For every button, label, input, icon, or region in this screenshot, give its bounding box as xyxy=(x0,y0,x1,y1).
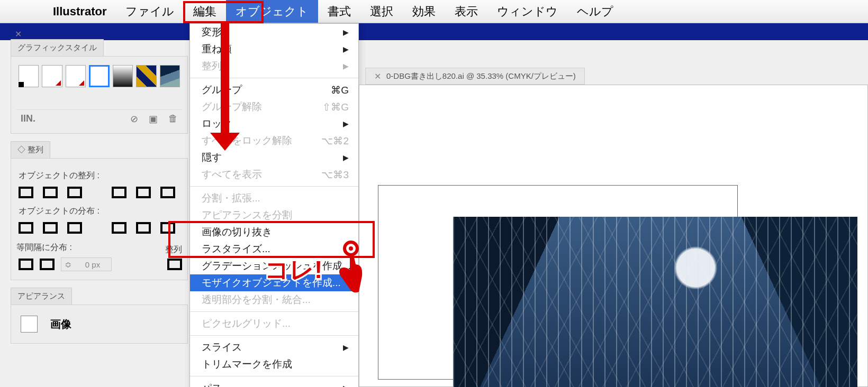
graphic-style-panel: IIN. ⊘ ▣ 🗑 xyxy=(11,56,188,134)
app-name[interactable]: Illustrator xyxy=(43,0,116,23)
spacing-field[interactable]: ≎ xyxy=(61,257,112,271)
menu-window[interactable]: ウィンドウ xyxy=(487,0,567,23)
dist-vcenter-icon[interactable] xyxy=(43,222,58,234)
dist-top-icon[interactable] xyxy=(19,222,33,234)
menu-item: すべてをロック解除⌥⌘2 xyxy=(190,132,358,149)
menu-item[interactable]: ロック▶ xyxy=(190,115,358,132)
menu-item-label: 整列 xyxy=(202,59,222,73)
align-right-icon[interactable] xyxy=(67,187,82,198)
menu-type[interactable]: 書式 xyxy=(318,0,360,23)
annotation-text: コレ! xyxy=(265,254,322,287)
align-tab[interactable]: ◇ 整列 xyxy=(11,141,50,158)
swatch-selected[interactable] xyxy=(89,65,110,87)
swatch-gradient[interactable] xyxy=(113,65,133,87)
menu-item-label: 画像の切り抜き xyxy=(202,225,272,239)
close-icon[interactable]: ✕ xyxy=(15,29,22,39)
menu-item-label: 分割・拡張... xyxy=(202,191,260,205)
align-vcenter-icon[interactable] xyxy=(136,187,151,198)
dist-bottom-icon[interactable] xyxy=(67,222,82,234)
menu-select[interactable]: 選択 xyxy=(360,0,403,23)
spacing-input[interactable] xyxy=(74,260,111,269)
menu-item-label: トリムマークを作成 xyxy=(202,357,292,371)
menu-help[interactable]: ヘルプ xyxy=(567,0,623,23)
menu-item[interactable]: スライス▶ xyxy=(190,339,358,356)
appearance-tab[interactable]: アピアランス xyxy=(11,288,72,305)
menu-item[interactable]: トリムマークを作成 xyxy=(190,356,358,373)
menu-shortcut: ⌥⌘2 xyxy=(321,135,349,147)
menu-item-label: 変形 xyxy=(202,25,222,39)
menu-item: アピアランスを分割 xyxy=(190,207,358,224)
menu-item-label: すべてをロック解除 xyxy=(202,134,292,148)
menu-item: ピクセルグリッド... xyxy=(190,315,358,332)
align-to-icon[interactable] xyxy=(167,259,182,270)
submenu-arrow-icon: ▶ xyxy=(343,45,349,53)
dist-right-icon[interactable] xyxy=(160,222,175,234)
submenu-arrow-icon: ▶ xyxy=(343,343,349,352)
menu-item-label: スライス xyxy=(202,340,242,354)
submenu-arrow-icon: ▶ xyxy=(343,62,349,70)
menu-item-label: グループ解除 xyxy=(202,100,262,114)
submenu-arrow-icon: ▶ xyxy=(343,119,349,128)
menu-item-label: 隠す xyxy=(202,151,222,164)
panel-footer: IIN. ⊘ ▣ 🗑 xyxy=(16,109,182,128)
stepper-icon[interactable]: ≎ xyxy=(61,260,74,270)
appearance-item-label: 画像 xyxy=(50,317,71,331)
menu-file[interactable]: ファイル xyxy=(116,0,184,23)
menu-edit[interactable]: 編集 xyxy=(184,0,226,23)
menu-shortcut: ⌘G xyxy=(331,84,349,96)
library-icon[interactable]: IIN. xyxy=(21,113,35,125)
space-v-icon[interactable] xyxy=(19,259,33,270)
swatch-default[interactable] xyxy=(19,65,39,87)
menu-item-label: ラスタライズ... xyxy=(202,242,270,256)
dist-left-icon[interactable] xyxy=(112,222,126,234)
placed-image[interactable] xyxy=(453,217,857,387)
new-style-icon[interactable]: ▣ xyxy=(149,113,158,125)
swatch-3[interactable] xyxy=(66,65,86,87)
spacing-section-label: 等間隔に分布 : xyxy=(16,242,114,253)
submenu-arrow-icon: ▶ xyxy=(343,153,349,162)
space-h-icon[interactable] xyxy=(40,259,55,270)
trash-icon[interactable]: 🗑 xyxy=(168,113,178,125)
submenu-arrow-icon: ▶ xyxy=(343,384,349,387)
align-panel: オブジェクトの整列 : オブジェクトの分布 : 等間隔に分布 : xyxy=(11,158,188,280)
menu-item-label: ピクセルグリッド... xyxy=(202,317,291,330)
swatch-art1[interactable] xyxy=(136,65,156,87)
swatch-row xyxy=(16,62,182,109)
menu-item-label: アピアランスを分割 xyxy=(202,208,292,222)
menu-item[interactable]: 重ね順▶ xyxy=(190,41,358,58)
dist-hcenter-icon[interactable] xyxy=(136,222,151,234)
document-tab-label: 0-DBG書き出し820.ai @ 35.33% (CMYK/プレビュー) xyxy=(386,71,576,81)
menu-item-label: パス xyxy=(202,381,222,387)
menu-effect[interactable]: 効果 xyxy=(403,0,445,23)
swatch-2[interactable] xyxy=(42,65,62,87)
left-panels: グラフィックスタイル IIN. ⊘ ▣ 🗑 ◇ 整列 オブジェクトの整列 : xyxy=(11,39,188,344)
header-bar xyxy=(0,23,868,40)
close-doc-icon[interactable]: ✕ xyxy=(374,71,381,81)
menu-item-label: 透明部分を分割・統合... xyxy=(202,293,311,307)
align-hcenter-icon[interactable] xyxy=(43,187,58,198)
menu-object[interactable]: オブジェクト xyxy=(226,0,318,23)
align-top-icon[interactable] xyxy=(112,187,126,198)
menu-item[interactable]: 画像の切り抜き xyxy=(190,224,358,241)
submenu-arrow-icon: ▶ xyxy=(343,28,349,36)
appearance-swatch[interactable] xyxy=(21,316,38,333)
menu-shortcut: ⌥⌘3 xyxy=(321,169,349,181)
menu-item-label: 重ね順 xyxy=(202,42,232,56)
document-tab[interactable]: ✕ 0-DBG書き出し820.ai @ 35.33% (CMYK/プレビュー) xyxy=(365,68,585,85)
menu-item: グループ解除⇧⌘G xyxy=(190,98,358,115)
swatch-art2[interactable] xyxy=(160,65,180,87)
distribute-section-label: オブジェクトの分布 : xyxy=(19,206,180,217)
object-menu-dropdown: 変形▶重ね順▶整列▶グループ⌘Gグループ解除⇧⌘Gロック▶すべてをロック解除⌥⌘… xyxy=(189,23,359,387)
menu-item[interactable]: パス▶ xyxy=(190,380,358,387)
menu-item: 透明部分を分割・統合... xyxy=(190,291,358,308)
align-left-icon[interactable] xyxy=(19,187,33,198)
menu-item[interactable]: 変形▶ xyxy=(190,24,358,41)
menu-item[interactable]: 隠す▶ xyxy=(190,149,358,166)
align-tab-label: 整列 xyxy=(28,145,43,154)
align-section-label: オブジェクトの整列 : xyxy=(19,170,180,181)
align-bottom-icon[interactable] xyxy=(160,187,175,198)
break-link-icon[interactable]: ⊘ xyxy=(130,113,138,125)
menu-item[interactable]: グループ⌘G xyxy=(190,81,358,98)
menu-view[interactable]: 表示 xyxy=(445,0,487,23)
graphic-style-tab[interactable]: グラフィックスタイル xyxy=(11,39,104,56)
